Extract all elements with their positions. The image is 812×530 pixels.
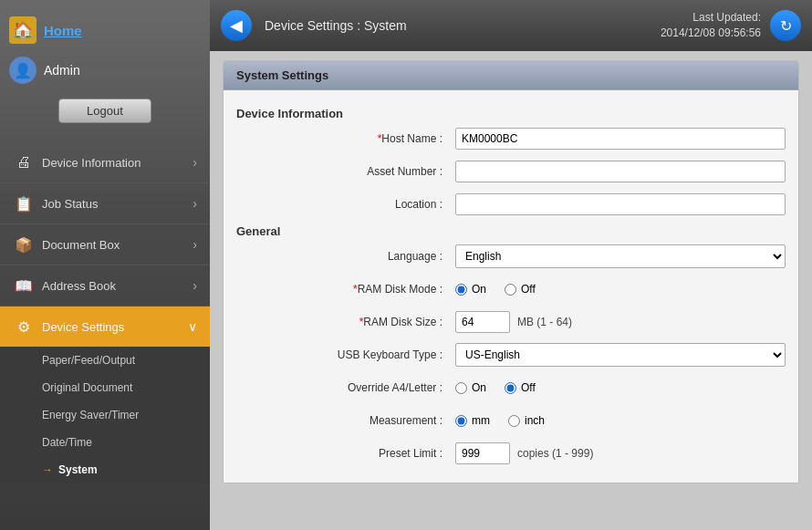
override-a4-off-radio[interactable] bbox=[505, 382, 516, 394]
chevron-right-icon: › bbox=[193, 237, 197, 252]
subnav-energy-saver-timer[interactable]: Energy Saver/Timer bbox=[0, 401, 210, 429]
sidebar: 🏠 Home 👤 Admin Logout 🖨 Device Informati… bbox=[0, 0, 210, 530]
logout-button[interactable]: Logout bbox=[58, 99, 151, 123]
ram-disk-mode-on-radio[interactable] bbox=[455, 284, 467, 296]
measurement-inch-label: inch bbox=[525, 414, 545, 427]
chevron-right-icon: › bbox=[193, 196, 197, 211]
document-box-icon: 📦 bbox=[13, 234, 35, 255]
sidebar-item-device-settings[interactable]: ⚙ Device Settings ∨ bbox=[0, 306, 210, 347]
admin-icon: 👤 bbox=[14, 62, 32, 79]
usb-keyboard-label: USB Keyboard Type : bbox=[236, 348, 455, 361]
host-name-input[interactable] bbox=[455, 128, 786, 150]
job-status-icon: 📋 bbox=[13, 192, 35, 214]
location-input[interactable] bbox=[455, 193, 786, 215]
host-name-label: *Host Name : bbox=[236, 132, 455, 145]
usb-keyboard-row: USB Keyboard Type : US-English UK-Englis… bbox=[236, 342, 786, 368]
measurement-group: mm inch bbox=[455, 414, 545, 427]
last-updated: Last Updated: 2014/12/08 09:56:56 bbox=[661, 10, 761, 41]
sidebar-item-device-information[interactable]: 🖨 Device Information › bbox=[0, 141, 210, 182]
device-information-icon: 🖨 bbox=[13, 151, 35, 173]
settings-body: Device Information *Host Name : Asset Nu… bbox=[224, 90, 798, 483]
admin-avatar: 👤 bbox=[9, 57, 36, 84]
home-icon: 🏠 bbox=[9, 16, 36, 44]
override-a4-on-label: On bbox=[472, 381, 486, 394]
address-book-icon: 📖 bbox=[13, 275, 35, 296]
ram-disk-size-input[interactable] bbox=[455, 311, 510, 333]
refresh-button[interactable]: ↻ bbox=[770, 10, 801, 41]
ram-disk-size-row: *RAM Disk Size : MB (1 - 64) bbox=[236, 309, 786, 335]
subnav-original-document[interactable]: Original Document bbox=[0, 374, 210, 401]
main-header: ◀ Device Settings : System Last Updated:… bbox=[210, 0, 812, 51]
device-settings-icon: ⚙ bbox=[13, 316, 35, 338]
back-button[interactable]: ◀ bbox=[221, 10, 252, 41]
asset-number-input[interactable] bbox=[455, 161, 786, 182]
device-info-section: Device Information bbox=[236, 107, 786, 120]
ram-disk-mode-off[interactable]: Off bbox=[505, 283, 536, 296]
general-section: General bbox=[236, 224, 786, 238]
asset-number-label: Asset Number : bbox=[236, 165, 455, 178]
sidebar-item-label: Job Status bbox=[42, 197, 193, 211]
sidebar-home[interactable]: 🏠 Home bbox=[0, 9, 210, 51]
ram-disk-mode-off-radio[interactable] bbox=[505, 284, 516, 296]
ram-disk-mode-row: *RAM Disk Mode : On Off bbox=[236, 276, 786, 302]
asset-number-row: Asset Number : bbox=[236, 159, 786, 184]
sidebar-item-document-box[interactable]: 📦 Document Box › bbox=[0, 223, 210, 265]
ram-disk-size-unit: MB (1 - 64) bbox=[517, 316, 572, 328]
sidebar-item-job-status[interactable]: 📋 Job Status › bbox=[0, 182, 210, 223]
subnav-system[interactable]: System bbox=[0, 456, 210, 483]
settings-panel-title: System Settings bbox=[224, 61, 798, 90]
measurement-mm[interactable]: mm bbox=[455, 414, 490, 427]
preset-limit-input[interactable] bbox=[455, 442, 510, 464]
measurement-inch-radio[interactable] bbox=[508, 415, 520, 427]
measurement-label: Measurement : bbox=[236, 414, 455, 427]
last-updated-value: 2014/12/08 09:56:56 bbox=[661, 26, 761, 41]
ram-disk-off-label: Off bbox=[521, 283, 536, 296]
settings-panel: System Settings Device Information *Host… bbox=[223, 60, 799, 483]
measurement-inch[interactable]: inch bbox=[508, 414, 545, 427]
chevron-right-icon: › bbox=[193, 155, 197, 170]
preset-limit-unit: copies (1 - 999) bbox=[517, 447, 593, 460]
required-star: * bbox=[359, 316, 364, 328]
admin-label: Admin bbox=[44, 63, 80, 78]
location-row: Location : bbox=[236, 192, 786, 217]
chevron-right-icon: › bbox=[193, 278, 197, 293]
ram-disk-on-label: On bbox=[472, 283, 486, 296]
chevron-down-icon: ∨ bbox=[188, 319, 197, 334]
preset-limit-row: Preset Limit : copies (1 - 999) bbox=[236, 441, 786, 466]
content-area: System Settings Device Information *Host… bbox=[210, 51, 812, 530]
location-label: Location : bbox=[236, 198, 455, 211]
override-a4-row: Override A4/Letter : On Off bbox=[236, 375, 786, 400]
measurement-mm-radio[interactable] bbox=[455, 415, 467, 427]
override-a4-on[interactable]: On bbox=[455, 381, 486, 394]
ram-disk-mode-label: *RAM Disk Mode : bbox=[236, 283, 455, 296]
sidebar-admin: 👤 Admin bbox=[0, 51, 210, 89]
required-star: * bbox=[378, 132, 382, 145]
measurement-mm-label: mm bbox=[472, 414, 490, 427]
ram-disk-mode-group: On Off bbox=[455, 283, 536, 296]
sidebar-item-label: Document Box bbox=[42, 238, 193, 252]
language-select[interactable]: English French German Spanish Japanese bbox=[455, 244, 786, 268]
sidebar-item-label: Address Book bbox=[42, 279, 193, 293]
preset-limit-wrap: copies (1 - 999) bbox=[455, 442, 593, 464]
measurement-row: Measurement : mm inch bbox=[236, 408, 786, 433]
subnav-paper-feed-output[interactable]: Paper/Feed/Output bbox=[0, 347, 210, 374]
language-label: Language : bbox=[236, 250, 455, 263]
override-a4-off[interactable]: Off bbox=[505, 381, 536, 394]
override-a4-on-radio[interactable] bbox=[455, 382, 467, 394]
host-name-row: *Host Name : bbox=[236, 126, 786, 151]
ram-disk-mode-on[interactable]: On bbox=[455, 283, 486, 296]
device-settings-subnav: Paper/Feed/Output Original Document Ener… bbox=[0, 347, 210, 483]
header-title: Device Settings : System bbox=[261, 18, 651, 33]
ram-disk-size-label: *RAM Disk Size : bbox=[236, 316, 455, 328]
main-content: ◀ Device Settings : System Last Updated:… bbox=[210, 0, 812, 530]
required-star: * bbox=[353, 283, 358, 296]
sidebar-item-label: Device Settings bbox=[42, 320, 188, 334]
subnav-date-time[interactable]: Date/Time bbox=[0, 429, 210, 456]
home-label: Home bbox=[44, 23, 82, 38]
override-a4-group: On Off bbox=[455, 381, 536, 394]
usb-keyboard-select[interactable]: US-English UK-English German French bbox=[455, 343, 786, 367]
override-a4-label: Override A4/Letter : bbox=[236, 381, 455, 394]
sidebar-item-address-book[interactable]: 📖 Address Book › bbox=[0, 265, 210, 306]
sidebar-item-label: Device Information bbox=[42, 156, 193, 170]
ram-disk-size-wrap: MB (1 - 64) bbox=[455, 311, 572, 333]
